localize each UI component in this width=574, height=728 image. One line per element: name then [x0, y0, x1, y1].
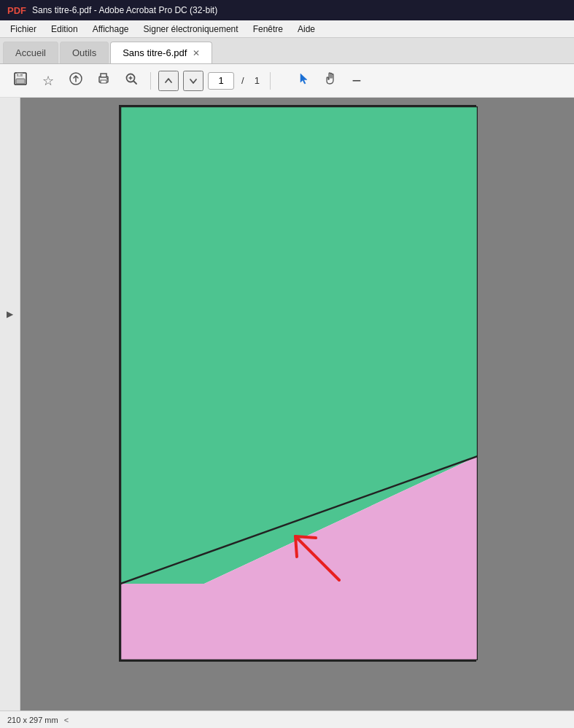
hand-button[interactable] [319, 69, 342, 93]
page-input[interactable] [208, 72, 234, 90]
pdf-page [119, 105, 476, 662]
main-area: ▶ [0, 98, 574, 711]
tab-accueil-label: Accueil [15, 47, 46, 58]
tab-outils[interactable]: Outils [60, 42, 109, 63]
collapse-panel-button[interactable]: ▶ [7, 309, 13, 319]
hand-icon [323, 71, 338, 90]
tab-close-icon[interactable]: ✕ [193, 49, 200, 58]
svg-point-8 [106, 78, 108, 79]
svg-rect-2 [16, 79, 25, 84]
toolbar-sep-1 [150, 72, 151, 90]
page-up-button[interactable] [158, 71, 179, 91]
pdf-app-icon: PDF [7, 5, 26, 16]
star-icon: ☆ [42, 73, 54, 89]
svg-rect-3 [18, 74, 20, 76]
menu-bar: Fichier Edition Affichage Signer électro… [0, 20, 574, 38]
left-panel: ▶ [0, 98, 20, 711]
menu-aide[interactable]: Aide [290, 23, 322, 36]
page-total: 1 [255, 75, 260, 86]
svg-line-10 [134, 82, 137, 85]
pdf-viewer [20, 98, 574, 711]
toolbar-sep-2 [270, 72, 271, 90]
zoom-button[interactable] [120, 69, 143, 93]
tab-bar: Accueil Outils Sans titre-6.pdf ✕ [0, 38, 574, 64]
status-nav-arrow[interactable]: < [64, 716, 69, 724]
menu-fichier[interactable]: Fichier [3, 23, 44, 36]
window-title: Sans titre-6.pdf - Adobe Acrobat Pro DC … [32, 5, 217, 15]
upload-icon [69, 71, 83, 90]
print-button[interactable] [92, 69, 115, 93]
title-bar: PDF Sans titre-6.pdf - Adobe Acrobat Pro… [0, 0, 574, 20]
page-dimensions: 210 x 297 mm [7, 716, 58, 724]
svg-line-19 [295, 536, 297, 557]
menu-edition[interactable]: Edition [44, 23, 85, 36]
magnify-icon [124, 71, 139, 90]
svg-rect-6 [101, 74, 106, 77]
tab-document[interactable]: Sans titre-6.pdf ✕ [110, 42, 212, 63]
svg-line-18 [295, 536, 316, 538]
zoom-out-button[interactable]: − [345, 69, 368, 93]
menu-fenetre[interactable]: Fenêtre [246, 23, 290, 36]
pdf-canvas [120, 106, 478, 660]
save-icon [13, 71, 28, 90]
toolbar: ☆ [0, 64, 574, 98]
toolbar-right: − [292, 69, 368, 93]
menu-affichage[interactable]: Affichage [85, 23, 136, 36]
tab-accueil[interactable]: Accueil [3, 42, 58, 63]
menu-signer[interactable]: Signer électroniquement [136, 23, 246, 36]
cursor-icon [298, 72, 311, 89]
svg-rect-7 [101, 80, 106, 83]
print-icon [96, 71, 111, 90]
upload-button[interactable] [64, 69, 88, 93]
page-separator: / [241, 75, 244, 86]
bookmark-button[interactable]: ☆ [36, 69, 60, 93]
zoom-out-icon: − [352, 73, 361, 89]
page-down-button[interactable] [183, 71, 203, 91]
cursor-button[interactable] [292, 69, 316, 93]
tab-document-label: Sans titre-6.pdf [123, 47, 187, 58]
save-button[interactable] [9, 69, 32, 93]
status-bar: 210 x 297 mm < [0, 711, 574, 728]
tab-outils-label: Outils [72, 47, 96, 58]
